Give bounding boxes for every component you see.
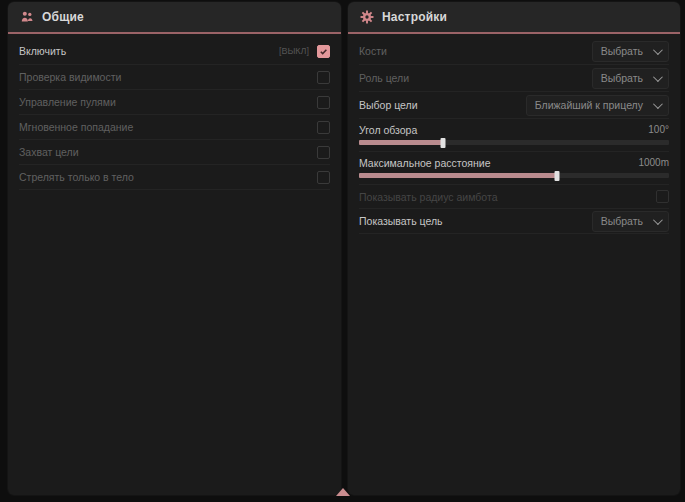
panel-general-title: Общие <box>42 10 84 24</box>
row-label: Захват цели <box>19 146 317 158</box>
chevron-down-icon <box>653 45 663 55</box>
chevron-down-icon <box>653 99 663 109</box>
row-label: Максимальное расстояние <box>359 157 638 169</box>
row-label: Показывать цель <box>359 215 592 227</box>
slider-fill <box>359 140 443 145</box>
hotkey-badge: [ВЫКЛ] <box>279 46 309 56</box>
panel-settings-title: Настройки <box>382 10 447 24</box>
body-only-checkbox[interactable] <box>317 171 330 184</box>
slider-thumb[interactable] <box>555 171 560 181</box>
dropdown-value: Выбрать <box>601 45 643 57</box>
row-label: Проверка видимости <box>19 71 317 83</box>
visibility-check-checkbox[interactable] <box>317 71 330 84</box>
checkmark-icon <box>319 47 328 56</box>
show-aimbot-radius-checkbox[interactable] <box>656 190 669 203</box>
row-instant-hit: Мгновенное попадание <box>19 115 330 140</box>
row-label: Кости <box>359 45 592 57</box>
row-fov: Угол обзора 100° <box>359 119 669 152</box>
row-show-aimbot-radius: Показывать радиус аимбота <box>359 185 669 209</box>
dropdown-value: Выбрать <box>601 215 643 227</box>
row-label: Выбор цели <box>359 99 526 111</box>
gear-icon <box>360 10 374 24</box>
max-distance-value: 1000m <box>638 157 669 168</box>
row-max-distance: Максимальное расстояние 1000m <box>359 152 669 185</box>
instant-hit-checkbox[interactable] <box>317 121 330 134</box>
fov-value: 100° <box>648 124 669 135</box>
row-target-selection: Выбор цели Ближайший к прицелу <box>359 92 669 119</box>
enable-checkbox[interactable] <box>317 45 330 58</box>
row-label: Угол обзора <box>359 124 648 136</box>
row-label: Управление пулями <box>19 96 317 108</box>
target-selection-dropdown[interactable]: Ближайший к прицелу <box>526 95 669 116</box>
bullet-control-checkbox[interactable] <box>317 96 330 109</box>
slider-header: Угол обзора 100° <box>359 122 669 137</box>
chevron-down-icon <box>653 215 663 225</box>
row-visibility-check: Проверка видимости <box>19 65 330 90</box>
slider-header: Максимальное расстояние 1000m <box>359 155 669 170</box>
panel-settings-header: Настройки <box>348 2 680 32</box>
general-rows: Включить [ВЫКЛ] Проверка видимости Управ… <box>8 34 341 190</box>
row-body-only: Стрелять только в тело <box>19 165 330 190</box>
row-label: Показывать радиус аимбота <box>359 191 656 203</box>
scroll-up-indicator[interactable] <box>336 488 350 496</box>
row-target-role: Роль цели Выбрать <box>359 65 669 92</box>
max-distance-slider[interactable] <box>359 173 669 178</box>
people-icon <box>20 10 34 24</box>
mod-menu: Общие Включить [ВЫКЛ] Проверка видимости… <box>0 0 685 502</box>
row-bones: Кости Выбрать <box>359 38 669 65</box>
settings-rows: Кости Выбрать Роль цели Выбрать Выбор це… <box>348 34 680 234</box>
target-role-dropdown[interactable]: Выбрать <box>592 68 669 89</box>
slider-thumb[interactable] <box>440 138 445 148</box>
dropdown-value: Выбрать <box>601 72 643 84</box>
panel-general: Общие Включить [ВЫКЛ] Проверка видимости… <box>8 2 341 495</box>
panel-general-header: Общие <box>8 2 341 32</box>
fov-slider[interactable] <box>359 140 669 145</box>
row-show-target: Показывать цель Выбрать <box>359 209 669 234</box>
row-label: Включить <box>19 45 279 57</box>
row-label: Роль цели <box>359 72 592 84</box>
show-target-dropdown[interactable]: Выбрать <box>592 211 669 232</box>
row-label: Стрелять только в тело <box>19 171 317 183</box>
row-bullet-control: Управление пулями <box>19 90 330 115</box>
panel-settings: Настройки Кости Выбрать Роль цели Выбрат… <box>348 2 680 495</box>
chevron-down-icon <box>653 72 663 82</box>
bones-dropdown[interactable]: Выбрать <box>592 41 669 62</box>
row-enable: Включить [ВЫКЛ] <box>19 38 330 65</box>
row-target-lock: Захват цели <box>19 140 330 165</box>
dropdown-value: Ближайший к прицелу <box>535 99 643 111</box>
row-label: Мгновенное попадание <box>19 121 317 133</box>
slider-fill <box>359 173 557 178</box>
target-lock-checkbox[interactable] <box>317 146 330 159</box>
